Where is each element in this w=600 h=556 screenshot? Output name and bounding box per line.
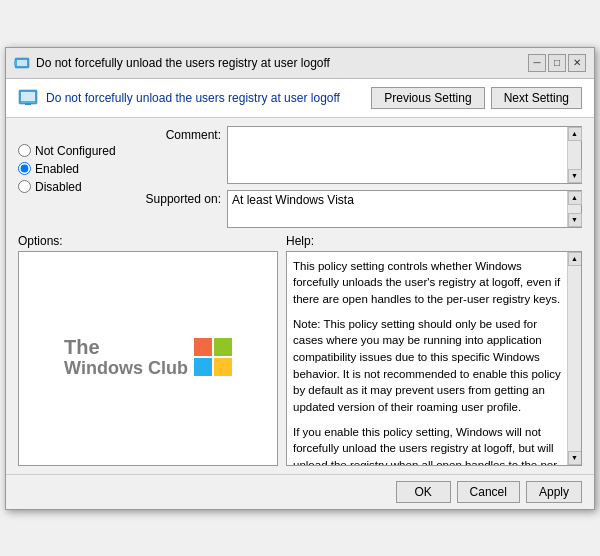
disabled-label[interactable]: Disabled — [35, 180, 82, 194]
supported-value: At least Windows Vista — [232, 193, 354, 207]
not-configured-option[interactable]: Not Configured — [18, 144, 133, 158]
svg-rect-4 — [21, 92, 35, 101]
dialog-body: Not Configured Enabled Disabled Comment: — [6, 118, 594, 474]
previous-setting-button[interactable]: Previous Setting — [371, 87, 484, 109]
supported-row: Supported on: At least Windows Vista ▲ ▼ — [141, 190, 582, 228]
title-bar-left: Do not forcefully unload the users regis… — [14, 55, 330, 71]
help-para-3: If you enable this policy setting, Windo… — [293, 424, 561, 465]
options-label: Options: — [18, 234, 278, 248]
options-inner: The Windows Club — [19, 252, 277, 465]
scroll-track — [568, 141, 581, 169]
supported-box: At least Windows Vista ▲ ▼ — [227, 190, 582, 228]
minimize-button[interactable]: ─ — [528, 54, 546, 72]
header-title: Do not forcefully unload the users regis… — [46, 91, 340, 105]
svg-rect-2 — [14, 61, 17, 65]
enabled-option[interactable]: Enabled — [18, 162, 133, 176]
title-controls: ─ □ ✕ — [528, 54, 586, 72]
svg-rect-5 — [21, 101, 35, 103]
svg-rect-6 — [25, 103, 31, 105]
svg-rect-8 — [214, 338, 232, 356]
supported-scroll-track — [568, 205, 581, 213]
scroll-up-arrow[interactable]: ▲ — [568, 127, 582, 141]
help-para-2: Note: This policy setting should only be… — [293, 316, 561, 416]
options-box: The Windows Club — [18, 251, 278, 466]
supported-label: Supported on: — [141, 190, 221, 206]
header-left: Do not forcefully unload the users regis… — [18, 88, 371, 108]
main-dialog: Do not forcefully unload the users regis… — [5, 47, 595, 510]
title-bar: Do not forcefully unload the users regis… — [6, 48, 594, 79]
help-scroll-down[interactable]: ▼ — [568, 451, 582, 465]
svg-rect-7 — [194, 338, 212, 356]
comment-box[interactable]: ▲ ▼ — [227, 126, 582, 184]
close-button[interactable]: ✕ — [568, 54, 586, 72]
comment-scrollbar[interactable]: ▲ ▼ — [567, 127, 581, 183]
dialog-footer: OK Cancel Apply — [6, 474, 594, 509]
help-box: This policy setting controls whether Win… — [286, 251, 582, 466]
help-label: Help: — [286, 234, 582, 248]
next-setting-button[interactable]: Next Setting — [491, 87, 582, 109]
apply-button[interactable]: Apply — [526, 481, 582, 503]
dialog-icon — [14, 55, 30, 71]
scroll-down-arrow[interactable]: ▼ — [568, 169, 582, 183]
help-para-1: This policy setting controls whether Win… — [293, 258, 561, 308]
enabled-label[interactable]: Enabled — [35, 162, 79, 176]
bottom-section: Options: The Windows Club — [18, 234, 582, 466]
ok-button[interactable]: OK — [396, 481, 451, 503]
right-section: Comment: ▲ ▼ Supported on: At least Wind… — [141, 126, 582, 228]
maximize-button[interactable]: □ — [548, 54, 566, 72]
watermark-text-block: The Windows Club — [64, 336, 188, 380]
header-icon — [18, 88, 38, 108]
help-content: This policy setting controls whether Win… — [287, 252, 581, 465]
help-panel: Help: This policy setting controls wheth… — [286, 234, 582, 466]
cancel-button[interactable]: Cancel — [457, 481, 520, 503]
supported-scrollbar[interactable]: ▲ ▼ — [567, 191, 581, 227]
not-configured-label[interactable]: Not Configured — [35, 144, 116, 158]
disabled-option[interactable]: Disabled — [18, 180, 133, 194]
svg-rect-9 — [194, 358, 212, 376]
supported-scroll-up[interactable]: ▲ — [568, 191, 582, 205]
comment-label: Comment: — [141, 126, 221, 142]
top-section: Not Configured Enabled Disabled Comment: — [18, 126, 582, 228]
help-scrollbar[interactable]: ▲ ▼ — [567, 252, 581, 465]
radio-group: Not Configured Enabled Disabled — [18, 126, 133, 228]
watermark: The Windows Club — [64, 336, 232, 380]
watermark-line1: The — [64, 336, 188, 358]
header-buttons: Previous Setting Next Setting — [371, 87, 582, 109]
watermark-logo — [194, 338, 232, 379]
svg-rect-10 — [214, 358, 232, 376]
not-configured-radio[interactable] — [18, 144, 31, 157]
help-scroll-track — [568, 266, 581, 451]
disabled-radio[interactable] — [18, 180, 31, 193]
dialog-header: Do not forcefully unload the users regis… — [6, 79, 594, 118]
comment-row: Comment: ▲ ▼ — [141, 126, 582, 184]
supported-scroll-down[interactable]: ▼ — [568, 213, 582, 227]
help-scroll-up[interactable]: ▲ — [568, 252, 582, 266]
title-text: Do not forcefully unload the users regis… — [36, 56, 330, 70]
watermark-line2: Windows Club — [64, 358, 188, 380]
enabled-radio[interactable] — [18, 162, 31, 175]
svg-rect-1 — [17, 60, 27, 66]
options-panel: Options: The Windows Club — [18, 234, 278, 466]
